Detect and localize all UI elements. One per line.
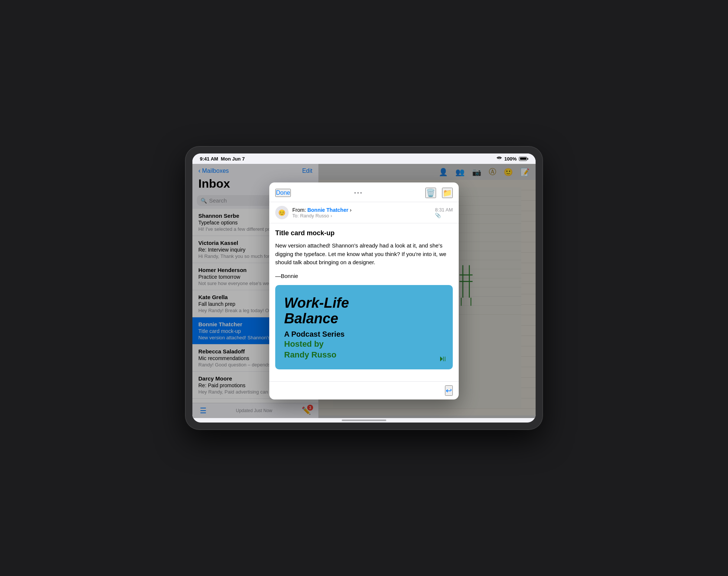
ipad-frame: 9:41 AM Mon Jun 7 100%: [186, 147, 542, 429]
drag-dot-2: [357, 192, 359, 194]
status-right: 100%: [496, 156, 528, 162]
podcast-subtitle: A Podcast Series: [284, 329, 444, 339]
wifi-icon: [496, 156, 502, 162]
email-modal-header: Done 🗑️ 📁: [269, 182, 459, 202]
trash-button[interactable]: 🗑️: [425, 188, 436, 198]
podcast-title-line2: Balance: [284, 311, 444, 327]
to-line: To: Randy Russo ›: [292, 213, 431, 219]
podcast-card: Work-Life Balance A Podcast Series Hoste…: [275, 285, 453, 369]
email-subject: Title card mock-up: [275, 229, 453, 237]
done-button[interactable]: Done: [275, 189, 291, 197]
email-from-row: 😊 From: Bonnie Thatcher › To: Randy Russ…: [269, 202, 459, 223]
podcast-card-inner: Work-Life Balance A Podcast Series Hoste…: [275, 285, 453, 369]
status-bar: 9:41 AM Mon Jun 7 100%: [192, 153, 536, 164]
podcast-title-line1: Work-Life: [284, 295, 444, 311]
ipad-screen: 9:41 AM Mon Jun 7 100%: [192, 153, 536, 423]
email-modal: Done 🗑️ 📁 😊: [269, 182, 459, 399]
status-time: 9:41 AM Mon Jun 7: [200, 156, 245, 162]
battery-indicator: 100%: [504, 156, 517, 162]
folder-button[interactable]: 📁: [442, 188, 453, 198]
email-from-info: From: Bonnie Thatcher › To: Randy Russo …: [292, 207, 431, 219]
email-modal-footer: ↩: [269, 381, 459, 399]
battery-icon: [519, 157, 528, 161]
podcast-host-name: Randy Russo: [284, 350, 444, 360]
reply-button[interactable]: ↩: [445, 385, 453, 396]
podcast-hosted-by: Hosted by: [284, 339, 444, 350]
modal-actions: 🗑️ 📁: [425, 188, 453, 198]
drag-dot-3: [360, 192, 362, 194]
email-time: 8:31 AM 📎: [435, 207, 453, 218]
drag-handle: [354, 192, 362, 194]
drag-dot-1: [354, 192, 356, 194]
podcast-play-button[interactable]: ⏯: [439, 354, 447, 363]
from-chevron: ›: [350, 207, 352, 213]
email-body-text: New version attached! Shannon's already …: [275, 242, 453, 267]
from-line: From: Bonnie Thatcher ›: [292, 207, 431, 213]
to-name[interactable]: Randy Russo: [300, 213, 329, 219]
from-name[interactable]: Bonnie Thatcher: [307, 207, 348, 213]
from-label: From:: [292, 207, 306, 213]
email-signature: —Bonnie: [275, 273, 453, 279]
email-modal-overlay: Done 🗑️ 📁 😊: [192, 164, 536, 418]
email-body: Title card mock-up New version attached!…: [269, 223, 459, 381]
content-area: ‹ Mailboxes Edit Inbox 🔍 Search 🎤 Shanno…: [192, 164, 536, 418]
to-chevron: ›: [331, 213, 332, 219]
sender-avatar: 😊: [275, 206, 289, 219]
home-indicator: [342, 420, 386, 421]
